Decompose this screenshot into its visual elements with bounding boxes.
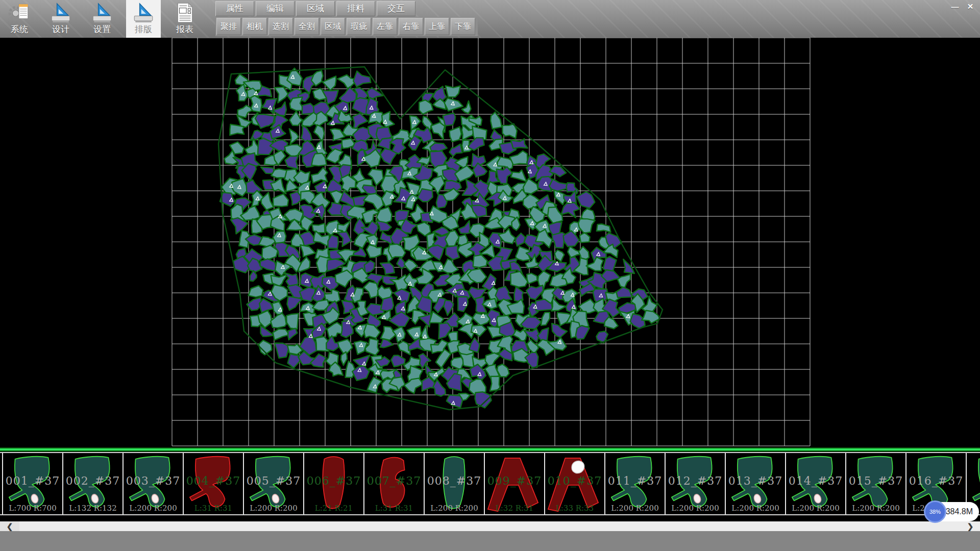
piece-label: 009_#37 (485, 474, 544, 487)
menu-area: 属性编辑区域排料交互 聚排相机选割全割区域瑕疵左靠右靠上靠下靠 (215, 0, 478, 36)
toolbar: 系统设计设置排版报表 属性编辑区域排料交互 聚排相机选割全割区域瑕疵左靠右靠上靠… (0, 0, 980, 38)
thumbnail-cell-010_#37[interactable]: 010_#37L:33 R:33 (545, 453, 605, 514)
tool-align-bottom[interactable]: 下靠 (451, 18, 475, 35)
system-icon (8, 1, 31, 24)
thumbnail-cell-012_#37[interactable]: 012_#37L:200 R:200 (666, 453, 726, 514)
piece-label: 014_#37 (786, 474, 845, 487)
piece-lr-count: L:200 R:200 (605, 504, 665, 513)
app-tab-nesting[interactable]: 排版 (126, 0, 161, 38)
menu-edit[interactable]: 编辑 (256, 1, 295, 16)
thumbnail-cell-013_#37[interactable]: 013_#37L:200 R:200 (726, 453, 786, 514)
piece-label: 001_#37 (3, 474, 62, 487)
app-tab-label: 报表 (176, 24, 193, 35)
close-button[interactable]: ✕ (964, 2, 977, 12)
menu-region[interactable]: 区域 (296, 1, 335, 16)
app-tab-system[interactable]: 系统 (2, 0, 37, 38)
piece-label: 012_#37 (666, 474, 725, 487)
app-tab-design[interactable]: 设计 (43, 0, 78, 38)
piece-lr-count: L:200 R:200 (846, 504, 905, 513)
thumbnail-cell-011_#37[interactable]: 011_#37L:200 R:200 (605, 453, 666, 514)
menu-bar: 属性编辑区域排料交互 (215, 0, 478, 17)
thumbnail-cell-003_#37[interactable]: 003_#37L:200 R:200 (124, 453, 184, 514)
piece-lr-count: L:200 R:200 (666, 504, 725, 513)
design-icon (49, 1, 72, 24)
piece-lr-count: L:200 R:200 (124, 504, 183, 513)
piece-label: 013_#37 (726, 474, 785, 487)
tool-align-left[interactable]: 左靠 (373, 18, 397, 35)
tool-select-cut[interactable]: 选割 (268, 18, 293, 35)
scroll-right-button[interactable]: ❯ (961, 521, 980, 531)
piece-lr-count: L:31 R:31 (364, 504, 424, 513)
piece-label: 003_#37 (124, 474, 183, 487)
piece-label: 006_#37 (304, 474, 363, 487)
piece-label: 010_#37 (545, 474, 604, 487)
piece-label: 015_#37 (846, 474, 905, 487)
menu-properties[interactable]: 属性 (215, 1, 254, 16)
piece-label: 011_#37 (605, 474, 665, 487)
app-tab-label: 系统 (11, 24, 28, 35)
piece-lr-count: L:200 R:200 (244, 504, 303, 513)
tool-cluster-nest[interactable]: 聚排 (216, 18, 241, 35)
thumbnail-cell-015_#37[interactable]: 015_#37L:200 R:200 (846, 453, 906, 514)
tool-bar: 聚排相机选割全割区域瑕疵左靠右靠上靠下靠 (215, 17, 478, 36)
piece-lr-count: L:31 R:31 (184, 504, 243, 513)
thumbnail-cell-002_#37[interactable]: 002_#37L:132 R:132 (63, 453, 124, 514)
piece-label: 002_#37 (63, 474, 122, 487)
tool-cut-all[interactable]: 全割 (295, 18, 319, 35)
app-tab-label: 排版 (135, 24, 152, 35)
thumbnail-cell-008_#37[interactable]: 008_#37L:200 R:200 (425, 453, 485, 514)
piece-lr-count: L:33 R:33 (545, 504, 604, 513)
tool-camera[interactable]: 相机 (242, 18, 267, 35)
report-icon (173, 1, 197, 24)
progress-circle: 38% (924, 500, 946, 523)
memory-badge: 384.8M 38% (924, 502, 979, 522)
menu-interact[interactable]: 交互 (377, 1, 415, 16)
thumbnail-cell-006_#37[interactable]: 006_#37L:21 R:21 (304, 453, 364, 514)
tool-align-right[interactable]: 右靠 (399, 18, 423, 35)
status-bar (0, 531, 980, 551)
nesting-icon (132, 1, 155, 24)
piece-label: 004_#37 (184, 474, 243, 487)
scroll-left-button[interactable]: ❮ (0, 521, 19, 531)
piece-label: 007_#37 (364, 474, 424, 487)
hide-nest-drawing (0, 38, 980, 447)
thumbnail-cell-009_#37[interactable]: 009_#37L:32 R:31 (485, 453, 545, 514)
piece-lr-count: L:700 R:700 (3, 504, 62, 513)
piece-lr-count: L:21 R:21 (304, 504, 363, 513)
settings-icon (90, 1, 114, 24)
minimize-button[interactable]: — (948, 2, 962, 12)
application-window: 系统设计设置排版报表 属性编辑区域排料交互 聚排相机选割全割区域瑕疵左靠右靠上靠… (0, 0, 980, 551)
thumbnail-cell-001_#37[interactable]: 001_#37L:700 R:700 (2, 453, 63, 514)
app-tab-label: 设置 (93, 24, 111, 35)
thumbnail-cell-005_#37[interactable]: 005_#37L:200 R:200 (244, 453, 304, 514)
piece-label: 005_#37 (244, 474, 303, 487)
thumbnail-strip: 001_#37L:700 R:700002_#37L:132 R:132003_… (0, 452, 980, 515)
app-tab-label: 设计 (52, 24, 69, 35)
strip-separator (0, 447, 980, 452)
tool-zone[interactable]: 区域 (321, 18, 345, 35)
horizontal-scrollbar[interactable]: ❮ ❯ (0, 521, 980, 531)
thumbnail-cell-004_#37[interactable]: 004_#37L:31 R:31 (184, 453, 244, 514)
piece-lr-count: L:200 R:200 (425, 504, 484, 513)
piece-label: 016_#37 (906, 474, 966, 487)
app-tab-settings[interactable]: 设置 (85, 0, 119, 38)
menu-nest[interactable]: 排料 (336, 1, 375, 16)
app-tab-bar: 系统设计设置排版报表 (2, 0, 209, 38)
piece-lr-count: L:132 R:132 (63, 504, 122, 513)
tool-defect[interactable]: 瑕疵 (347, 18, 371, 35)
piece-label: 008_#37 (425, 474, 484, 487)
nesting-canvas[interactable] (0, 38, 980, 447)
piece-lr-count: L:32 R:31 (485, 504, 544, 513)
thumbnail-cell-014_#37[interactable]: 014_#37L:200 R:200 (786, 453, 846, 514)
piece-lr-count: L:200 R:200 (786, 504, 845, 513)
piece-lr-count: L:200 R:200 (726, 504, 785, 513)
app-tab-report[interactable]: 报表 (167, 0, 202, 38)
window-controls: — ✕ (946, 2, 977, 12)
tool-align-top[interactable]: 上靠 (425, 18, 449, 35)
thumbnail-cell-007_#37[interactable]: 007_#37L:31 R:31 (364, 453, 425, 514)
